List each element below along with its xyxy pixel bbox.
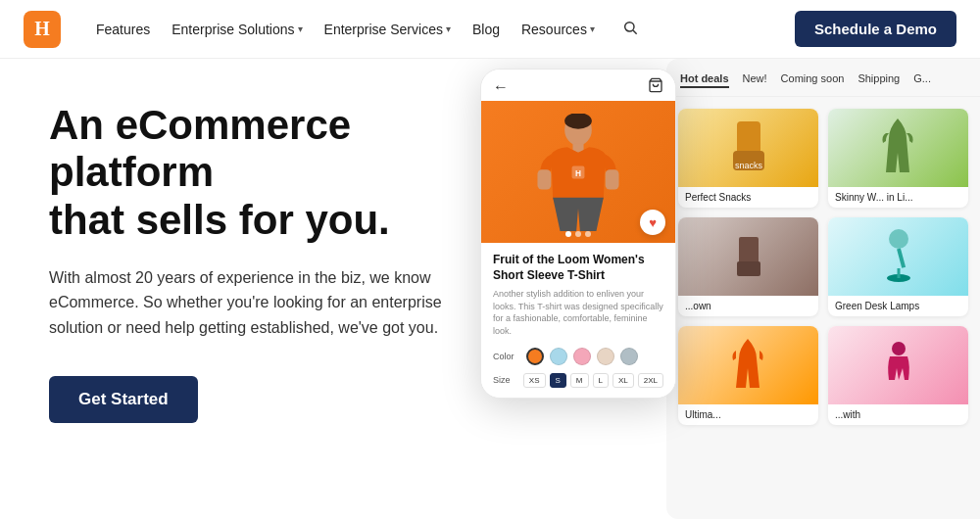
phone-toolbar: ← (481, 70, 675, 101)
svg-point-11 (892, 342, 906, 355)
svg-rect-6 (737, 261, 760, 276)
product-image: snacks (678, 109, 818, 187)
navbar: H Features Enterprise Solutions ▾ Enterp… (0, 0, 980, 59)
product-name: ...with (828, 404, 968, 425)
color-option[interactable] (526, 348, 544, 365)
size-2xl[interactable]: 2XL (638, 373, 663, 388)
schedule-demo-button[interactable]: Schedule a Demo (795, 11, 956, 47)
hero-visual: Hot deals New! Coming soon Shipping G...… (431, 59, 980, 519)
chevron-down-icon: ▾ (446, 24, 451, 34)
wishlist-button[interactable]: ♥ (640, 210, 665, 235)
product-image (678, 217, 818, 296)
product-name: Green Desk Lamps (828, 296, 968, 316)
svg-rect-19 (606, 169, 619, 189)
size-xl[interactable]: XL (612, 373, 634, 388)
product-image (828, 109, 968, 187)
product-name: ...own (678, 296, 818, 316)
tab-hot-deals[interactable]: Hot deals (680, 71, 729, 88)
nav-features[interactable]: Features (88, 16, 158, 43)
product-name: Skinny W... in Li... (828, 187, 968, 208)
nav-links: Features Enterprise Solutions ▾ Enterpri… (88, 14, 795, 45)
svg-rect-8 (897, 248, 906, 267)
cards-container: snacks Perfect Snacks Skinny W... in Li.… (666, 97, 980, 437)
brand-logo[interactable]: H (24, 11, 61, 48)
color-option[interactable] (550, 348, 567, 365)
size-selector: Size XS S M L XL 2XL (493, 373, 663, 388)
nav-blog[interactable]: Blog (465, 16, 508, 43)
category-tabs: Hot deals New! Coming soon Shipping G... (666, 59, 980, 97)
color-option[interactable] (573, 348, 591, 365)
product-image (828, 326, 968, 404)
size-xs[interactable]: XS (523, 373, 546, 388)
size-m[interactable]: M (570, 373, 589, 388)
size-s[interactable]: S (550, 373, 566, 388)
hero-section: An eCommerce platform that sells for you… (0, 59, 470, 519)
phone-mockup: ← (480, 69, 676, 399)
chevron-down-icon: ▾ (298, 24, 303, 34)
product-hero-image: H ♥ (481, 101, 675, 243)
color-selector: Color (493, 348, 663, 365)
list-item[interactable]: ...own (678, 217, 818, 316)
list-item[interactable]: ...with (828, 326, 968, 425)
list-item[interactable]: Green Desk Lamps (828, 217, 968, 316)
hero-title: An eCommerce platform that sells for you… (49, 102, 470, 244)
logo-letter: H (34, 18, 50, 40)
nav-enterprise-services[interactable]: Enterprise Services ▾ (317, 16, 459, 43)
get-started-button[interactable]: Get Started (49, 376, 198, 423)
nav-enterprise-solutions[interactable]: Enterprise Solutions ▾ (164, 16, 310, 43)
dot-indicator[interactable] (565, 231, 571, 237)
svg-line-1 (633, 30, 637, 34)
product-name: Perfect Snacks (678, 187, 818, 208)
product-image (828, 217, 968, 296)
product-image (678, 326, 818, 404)
dot-indicator[interactable] (575, 231, 581, 237)
svg-rect-18 (537, 169, 551, 189)
size-label: Size (493, 375, 519, 385)
cart-icon[interactable] (648, 77, 663, 97)
tab-shipping[interactable]: Shipping (858, 71, 900, 88)
tab-more[interactable]: G... (913, 71, 931, 88)
color-option[interactable] (620, 348, 638, 365)
svg-text:snacks: snacks (734, 161, 762, 170)
product-details: Fruit of the Loom Women's Short Sleeve T… (481, 243, 675, 398)
chevron-down-icon: ▾ (590, 24, 595, 34)
nav-resources[interactable]: Resources ▾ (514, 16, 603, 43)
svg-point-7 (889, 229, 908, 249)
product-title: Fruit of the Loom Women's Short Sleeve T… (493, 253, 663, 283)
tab-new[interactable]: New! (743, 71, 767, 88)
product-card-grid: Hot deals New! Coming soon Shipping G...… (666, 59, 980, 519)
color-option[interactable] (597, 348, 614, 365)
search-icon[interactable] (616, 14, 644, 45)
tab-coming-soon[interactable]: Coming soon (781, 71, 845, 88)
size-l[interactable]: L (593, 373, 609, 388)
list-item[interactable]: snacks Perfect Snacks (678, 109, 818, 208)
product-description: Another stylish addition to enliven your… (493, 288, 663, 337)
back-icon[interactable]: ← (493, 78, 509, 96)
hero-description: With almost 20 years of experience in th… (49, 265, 461, 341)
list-item[interactable]: Skinny W... in Li... (828, 109, 968, 208)
main-content: An eCommerce platform that sells for you… (0, 59, 980, 519)
product-name: Ultima... (678, 404, 818, 425)
dot-indicator[interactable] (585, 231, 591, 237)
svg-text:H: H (575, 167, 581, 177)
color-label: Color (493, 352, 520, 361)
svg-rect-2 (737, 121, 760, 156)
svg-point-0 (625, 22, 634, 30)
image-dots (565, 231, 591, 237)
list-item[interactable]: Ultima... (678, 326, 818, 425)
